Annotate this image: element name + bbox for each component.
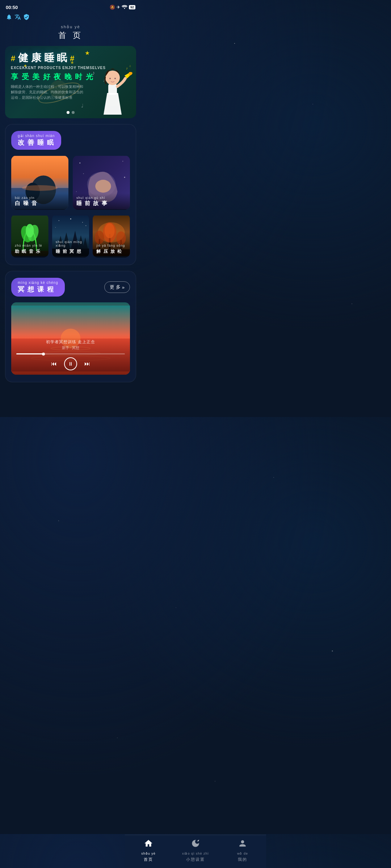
- improve-sleep-tag: gǎi shàn shuì mián 改 善 睡 眠: [11, 131, 61, 150]
- bedtime-story-pinyin: shuì qián gù shì: [76, 196, 126, 200]
- relax-title: 解 压 放 松: [96, 249, 122, 254]
- airplane-icon: ✈: [117, 5, 120, 10]
- top-left-icons: [6, 14, 30, 20]
- top-icons-row: [0, 13, 141, 21]
- battery-level: 92: [129, 5, 135, 9]
- player-progress-fill: [16, 353, 43, 354]
- banner-dot-2[interactable]: [72, 111, 75, 114]
- meditation-title: 睡 前 冥 想: [56, 249, 82, 254]
- banner-subtitle-en: EXCEKKENT PRODUCTS ENJOY THEMSELVES: [11, 66, 130, 70]
- relax-card[interactable]: jiě yā fàng sōng 解 压 放 松: [93, 214, 130, 258]
- banner-hash-left: #: [11, 54, 15, 63]
- player-overlay: 初学者冥想训练 走上正念 新手 · 冥想 ⏮ ⏸ ⏭: [11, 335, 130, 375]
- status-right-icons: 🔕 ✈ 92: [110, 5, 135, 10]
- improve-sleep-pinyin: gǎi shàn shuì mián: [18, 134, 55, 138]
- svg-point-26: [122, 161, 123, 162]
- improve-small-grid: zhù mián yīn lè 助 眠 音 乐: [11, 214, 130, 258]
- meditation-tag: míng xiǎng kè chéng 冥 想 课 程: [11, 278, 65, 297]
- svg-point-24: [95, 180, 111, 193]
- player-progress-handle[interactable]: [42, 353, 45, 356]
- player-next-button[interactable]: ⏭: [84, 361, 90, 367]
- page-title-area: shǒu yè 首 页: [0, 21, 141, 46]
- bell-icon: [6, 14, 12, 20]
- more-arrow-icon: »: [122, 285, 125, 290]
- relax-label: jiě yā fàng sōng 解 压 放 松: [93, 241, 130, 258]
- status-time: 00:50: [6, 5, 18, 10]
- meditation-section-header: míng xiǎng kè chéng 冥 想 课 程 更 多 »: [11, 278, 130, 297]
- banner-subtitle-cn: 享 受 美 好 夜 晚 时 光: [11, 72, 130, 82]
- translate-icon: [14, 14, 21, 20]
- sleep-music-pinyin: zhù mián yīn lè: [15, 244, 45, 247]
- notification-icon: 🔕: [110, 5, 115, 10]
- banner-hash-right: #: [70, 54, 74, 63]
- meditation-tag-title: 冥 想 课 程: [18, 286, 54, 293]
- sleep-music-title: 助 眠 音 乐: [15, 249, 41, 254]
- svg-point-51: [105, 223, 115, 238]
- meditation-section: míng xiǎng kè chéng 冥 想 课 程 更 多 »: [5, 271, 136, 382]
- white-noise-pinyin: bái zào yīn: [15, 196, 65, 200]
- page-title: 首 页: [0, 30, 141, 41]
- sleep-music-card[interactable]: zhù mián yīn lè 助 眠 音 乐: [11, 214, 49, 258]
- player-controls: ⏮ ⏸ ⏭: [16, 357, 125, 370]
- banner-description: 睡眠是人体的一种主动过程，可以恢复精神和解除疲劳、充足的睡眠、均衡的饮食和适当的…: [11, 84, 83, 100]
- player-author: 新手 · 冥想: [16, 345, 125, 350]
- banner-dot-1[interactable]: [67, 111, 70, 114]
- meditation-tag-pinyin: míng xiǎng kè chéng: [18, 281, 58, 285]
- player-progress-bar[interactable]: [16, 353, 125, 354]
- player-play-icon: ⏸: [68, 361, 73, 367]
- meditation-player-card[interactable]: 初学者冥想训练 走上正念 新手 · 冥想 ⏮ ⏸ ⏭: [11, 302, 130, 375]
- more-button-label: 更 多: [110, 284, 121, 290]
- banner-content: # 健 康 睡 眠 # EXCEKKENT PRODUCTS ENJOY THE…: [5, 46, 136, 107]
- svg-point-29: [76, 191, 77, 192]
- white-noise-title: 白 噪 音: [15, 200, 38, 206]
- player-text-line1: 初学者冥想训练 走上正念: [16, 339, 125, 345]
- svg-point-38: [82, 222, 83, 223]
- shield-icon: [23, 14, 30, 20]
- svg-point-36: [58, 220, 59, 221]
- banner-pagination: [67, 111, 75, 114]
- meditation-label: shuì qián míng xiǎng 睡 前 冥 想: [52, 237, 89, 258]
- banner-main-title: # 健 康 睡 眠 #: [11, 52, 130, 64]
- improve-large-grid: bái zào yīn 白 噪 音: [11, 156, 130, 210]
- improve-sleep-header: gǎi shàn shuì mián 改 善 睡 眠: [11, 131, 130, 150]
- bedtime-story-title: 睡 前 故 事: [76, 200, 108, 206]
- player-prev-button[interactable]: ⏮: [51, 361, 57, 367]
- hero-banner[interactable]: ✦ ★ ★ ★ ♪ ♫ ♩ # 健 康 睡 眠 # EXCEKKENT PROD…: [5, 46, 136, 118]
- svg-point-0: [124, 8, 125, 9]
- svg-point-39: [55, 227, 55, 227]
- more-button[interactable]: 更 多 »: [104, 281, 130, 293]
- player-play-button[interactable]: ⏸: [64, 357, 77, 370]
- svg-point-40: [85, 225, 86, 226]
- svg-point-21: [22, 185, 58, 191]
- sleep-music-label: zhù mián yīn lè 助 眠 音 乐: [11, 241, 49, 258]
- improve-sleep-section: gǎi shàn shuì mián 改 善 睡 眠: [5, 124, 136, 265]
- white-noise-label: bái zào yīn 白 噪 音: [11, 193, 68, 210]
- meditation-pinyin: shuì qián míng xiǎng: [56, 240, 86, 247]
- page-title-pinyin: shǒu yè: [0, 25, 141, 29]
- svg-point-25: [79, 162, 80, 163]
- meditation-card[interactable]: shuì qián míng xiǎng 睡 前 冥 想: [52, 214, 89, 258]
- wifi-icon: [122, 5, 127, 10]
- relax-pinyin: jiě yā fàng sōng: [96, 244, 126, 247]
- status-bar: 00:50 🔕 ✈ 92: [0, 0, 141, 13]
- improve-sleep-title: 改 善 睡 眠: [18, 139, 54, 146]
- svg-point-27: [83, 173, 84, 174]
- white-noise-card[interactable]: bái zào yīn 白 噪 音: [11, 156, 68, 210]
- svg-point-33: [26, 224, 34, 237]
- bedtime-story-label: shuì qián gù shì 睡 前 故 事: [73, 193, 130, 210]
- svg-point-28: [124, 177, 125, 178]
- bedtime-story-card[interactable]: shuì qián gù shì 睡 前 故 事: [73, 156, 130, 210]
- svg-point-37: [70, 218, 71, 220]
